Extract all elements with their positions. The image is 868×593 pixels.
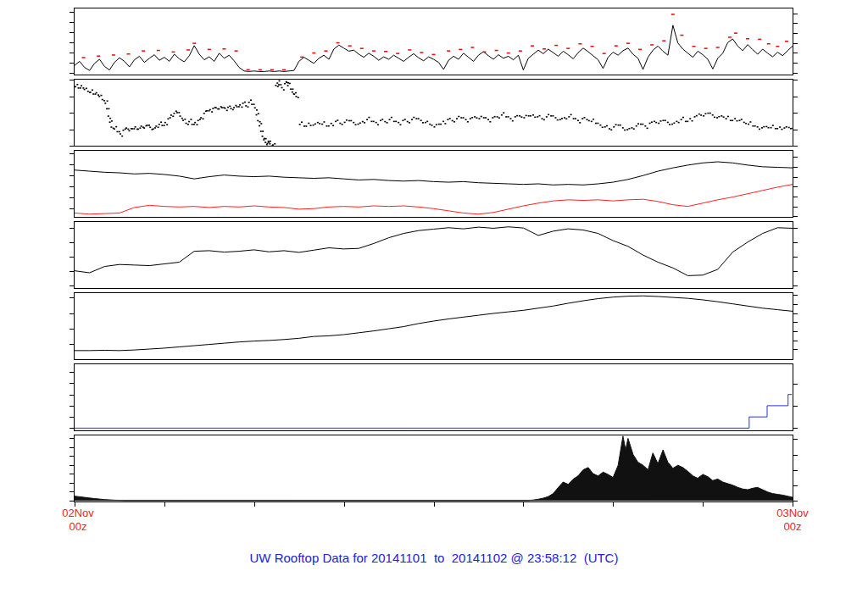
x-end-date-label: 03Nov 00z	[776, 507, 809, 534]
radiation-left-tick	[70, 483, 75, 484]
wind-right-tick	[793, 23, 798, 24]
radiation-right-tick	[793, 485, 798, 486]
wind-left-tick	[70, 42, 75, 43]
dir-right-tick	[793, 130, 798, 130]
wind-right-tick	[793, 63, 798, 64]
temperature-left-tick	[70, 153, 75, 154]
dir-right-tick	[793, 146, 798, 147]
wind-right-tick	[793, 53, 798, 53]
rh-left-tick	[70, 271, 75, 272]
wind-left-tick	[70, 12, 75, 13]
radiation-right-tick	[793, 439, 798, 440]
rh-right-tick	[793, 285, 798, 286]
x-start-date-label: 02Nov 00z	[62, 507, 94, 534]
wind-trace-canvas	[75, 8, 793, 75]
dir-left-tick	[70, 130, 75, 130]
temperature-trace-canvas	[75, 151, 793, 217]
dir-left-tick	[70, 97, 75, 97]
rh-right-tick	[793, 271, 798, 272]
radiation-left-tick	[70, 465, 75, 466]
precip-left-tick	[70, 428, 75, 429]
slp-right-tick	[793, 349, 798, 350]
temperature-left-tick	[70, 208, 75, 209]
wind-left-tick	[70, 32, 75, 33]
dir-trace-canvas	[75, 80, 793, 146]
x-axis-tick	[344, 502, 345, 507]
radiation-trace-canvas	[75, 435, 793, 502]
rh-left-tick	[70, 242, 75, 243]
slp-left-tick	[70, 344, 75, 345]
dir-left-tick	[70, 146, 75, 147]
temperature-right-tick	[793, 157, 798, 158]
radiation-left-tick	[70, 456, 75, 457]
wind-left-tick	[70, 22, 75, 23]
x-axis-tick	[164, 502, 165, 507]
wind-left-tick	[70, 63, 75, 64]
precip-left-tick	[70, 395, 75, 396]
temperature-left-tick	[70, 197, 75, 198]
radiation-left-tick	[70, 438, 75, 439]
temperature-right-tick	[793, 177, 798, 178]
temperature-left-tick	[70, 164, 75, 165]
rh-left-tick	[70, 285, 75, 286]
radiation-right-tick	[793, 470, 798, 471]
rh-right-tick	[793, 257, 798, 258]
x-axis-tick	[703, 502, 704, 507]
meteogram-figure: UW Rooftop Data for 20141101 to 20141102…	[0, 0, 868, 593]
slp-right-tick	[793, 331, 798, 332]
x-axis-tick	[613, 502, 614, 507]
slp-left-tick	[70, 313, 75, 314]
temperature-right-tick	[793, 167, 798, 168]
slp-left-tick	[70, 297, 75, 298]
slp-right-tick	[793, 295, 798, 296]
precip-right-tick	[793, 428, 798, 429]
wind-right-tick	[793, 73, 798, 74]
slp-right-tick	[793, 341, 798, 341]
rh-left-tick	[70, 228, 75, 229]
wind-left-tick	[70, 53, 75, 53]
wind-right-tick	[793, 33, 798, 34]
precip-left-tick	[70, 417, 75, 418]
wind-left-tick	[70, 73, 75, 74]
precip-right-tick	[793, 406, 798, 407]
temperature-left-tick	[70, 186, 75, 187]
dir-left-tick	[70, 113, 75, 114]
precip-left-tick	[70, 383, 75, 384]
temperature-left-tick	[70, 175, 75, 176]
rh-right-tick	[793, 228, 798, 229]
dir-right-tick	[793, 113, 798, 114]
radiation-left-tick	[70, 447, 75, 448]
dir-left-tick	[70, 80, 75, 80]
temperature-right-tick	[793, 197, 798, 197]
precip-trace-canvas	[75, 364, 793, 430]
precip-left-tick	[70, 406, 75, 407]
wind-right-tick	[793, 14, 798, 14]
x-axis-tick	[523, 502, 524, 507]
precip-left-tick	[70, 372, 75, 373]
slp-right-tick	[793, 322, 798, 323]
radiation-left-tick	[70, 491, 75, 492]
slp-right-tick	[793, 313, 798, 314]
precip-right-tick	[793, 384, 798, 385]
x-axis-tick	[434, 502, 435, 507]
slp-trace-canvas	[75, 293, 793, 359]
slp-left-tick	[70, 329, 75, 330]
rh-trace-canvas	[75, 222, 793, 288]
temperature-right-tick	[793, 207, 798, 208]
rh-left-tick	[70, 257, 75, 258]
dir-right-tick	[793, 80, 798, 80]
wind-right-tick	[793, 43, 798, 44]
chart-title: UW Rooftop Data for 20141101 to 20141102…	[0, 551, 868, 565]
temperature-right-tick	[793, 216, 798, 217]
rh-right-tick	[793, 242, 798, 243]
temperature-right-tick	[793, 186, 798, 187]
radiation-right-tick	[793, 455, 798, 456]
radiation-left-tick	[70, 474, 75, 474]
slp-right-tick	[793, 304, 798, 305]
x-axis-tick	[254, 502, 255, 507]
dir-right-tick	[793, 97, 798, 97]
